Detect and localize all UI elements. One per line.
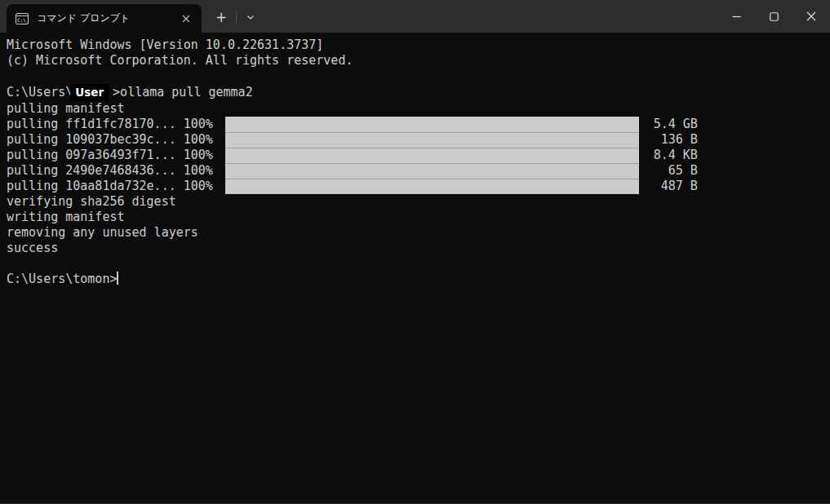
progress-label: pulling 2490e7468436... 100% (7, 163, 213, 179)
terminal-line-text: Microsoft Windows [Version 10.0.22631.37… (7, 38, 823, 53)
terminal-line-progress: pulling 109037bec39c... 100%136 B (7, 132, 823, 148)
new-tab-button[interactable]: + (210, 6, 233, 29)
prompt-path: C:\Users\tomon> (7, 272, 117, 286)
cmd-icon: C:\_ (16, 13, 29, 24)
progress-label: pulling 097a36493f71... 100% (7, 148, 213, 163)
progress-size: 487 B (639, 179, 698, 194)
close-icon (806, 11, 816, 21)
progress-bar-fill (225, 179, 639, 194)
terminal-line-text: pulling manifest (7, 101, 823, 117)
title-bar: C:\_ コマンド プロンプト + (0, 0, 830, 33)
cmd-icon-glyph: C:\_ (17, 17, 29, 24)
title-bar-drag-area (261, 0, 717, 33)
terminal-line-text: verifying sha256 digest (7, 194, 823, 210)
terminal-line-progress: pulling 2490e7468436... 100%65 B (7, 163, 823, 179)
terminal-line-text: writing manifest (7, 210, 823, 225)
progress-size: 136 B (639, 132, 698, 148)
tab-close-icon[interactable] (177, 10, 195, 28)
terminal-line-blank (7, 69, 823, 84)
tab-title: コマンド プロンプト (37, 11, 177, 25)
redacted-username: User (70, 84, 109, 101)
progress-size: 5.4 GB (639, 117, 698, 132)
progress-bar-fill (225, 148, 639, 163)
progress-size: 65 B (639, 163, 698, 179)
prompt-path: C:\Users\ (7, 85, 73, 99)
progress-bar (225, 148, 639, 163)
terminal-line-text: removing any unused layers (7, 225, 823, 241)
progress-bar (225, 163, 639, 179)
tab-command-prompt[interactable]: C:\_ コマンド プロンプト (7, 4, 202, 33)
progress-size: 8.4 KB (639, 148, 698, 163)
terminal-line-progress: pulling 10aa81da732e... 100%487 B (7, 179, 823, 194)
terminal-line-command: C:\Users\User>ollama pull gemma2 (7, 84, 823, 101)
minimize-button[interactable] (717, 0, 755, 33)
chevron-down-icon[interactable] (240, 6, 261, 29)
command-text: >ollama pull gemma2 (113, 85, 253, 99)
text-cursor (117, 272, 118, 285)
close-button[interactable] (792, 0, 830, 33)
progress-bar-fill (225, 132, 639, 148)
maximize-button[interactable] (755, 0, 792, 33)
progress-bar (225, 179, 639, 194)
terminal-line-prompt: C:\Users\tomon> (7, 272, 823, 287)
progress-label: pulling ff1d1fc78170... 100% (7, 117, 213, 132)
terminal-line-progress: pulling 097a36493f71... 100%8.4 KB (7, 148, 823, 163)
terminal-line-text: success (7, 241, 823, 256)
minimize-icon (732, 12, 741, 21)
tab-bar-separator (236, 11, 237, 24)
terminal-line-progress: pulling ff1d1fc78170... 100%5.4 GB (7, 117, 823, 132)
progress-label: pulling 10aa81da732e... 100% (7, 179, 213, 194)
progress-bar (225, 132, 639, 148)
progress-bar (225, 117, 639, 132)
progress-bar-fill (225, 117, 639, 132)
maximize-icon (770, 12, 779, 21)
progress-label: pulling 109037bec39c... 100% (7, 132, 213, 148)
terminal-line-blank (7, 256, 823, 272)
progress-bar-fill (225, 163, 639, 179)
terminal-line-text: (c) Microsoft Corporation. All rights re… (7, 53, 823, 69)
terminal-body[interactable]: Microsoft Windows [Version 10.0.22631.37… (0, 33, 830, 504)
